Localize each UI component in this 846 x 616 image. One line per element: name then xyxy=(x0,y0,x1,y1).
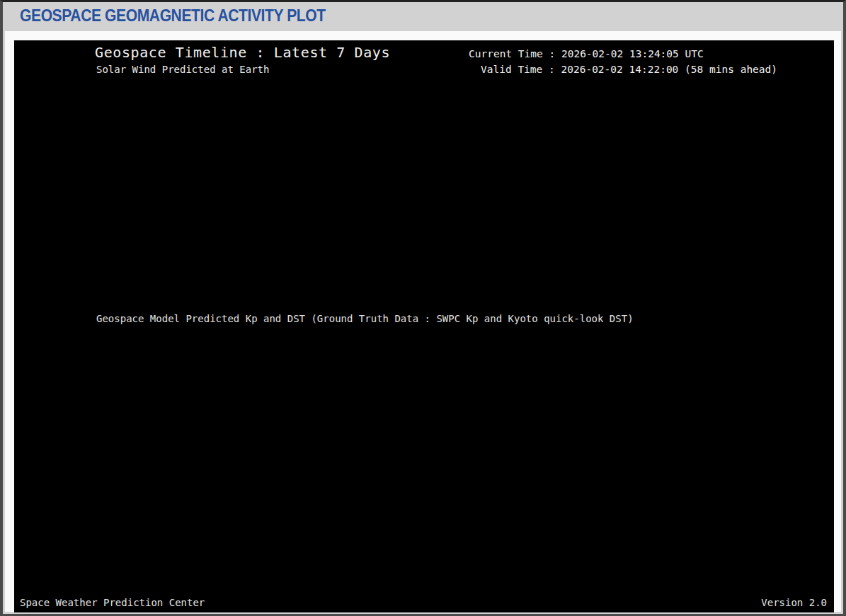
plot-title: Geospace Timeline : Latest 7 Days xyxy=(95,45,390,60)
page-header: GEOSPACE GEOMAGNETIC ACTIVITY PLOT xyxy=(3,2,843,29)
plot-image: Geospace Timeline : Latest 7 Days Curren… xyxy=(14,40,834,612)
window-frame: GEOSPACE GEOMAGNETIC ACTIVITY PLOT Geosp… xyxy=(0,0,846,616)
footer-credit: Space Weather Prediction Center xyxy=(20,598,205,608)
kp-section-title: Geospace Model Predicted Kp and DST (Gro… xyxy=(96,314,634,324)
content-area: Geospace Timeline : Latest 7 Days Curren… xyxy=(5,31,841,612)
geospace-plot xyxy=(14,40,834,612)
valid-time-label: Valid Time : 2026-02-02 14:22:00 (58 min… xyxy=(481,64,777,76)
current-time-label: Current Time : 2026-02-02 13:24:05 UTC xyxy=(469,49,704,60)
page-title: GEOSPACE GEOMAGNETIC ACTIVITY PLOT xyxy=(20,6,326,25)
plot-subtitle: Solar Wind Predicted at Earth xyxy=(96,64,269,75)
footer-version: Version 2.0 xyxy=(761,598,827,608)
